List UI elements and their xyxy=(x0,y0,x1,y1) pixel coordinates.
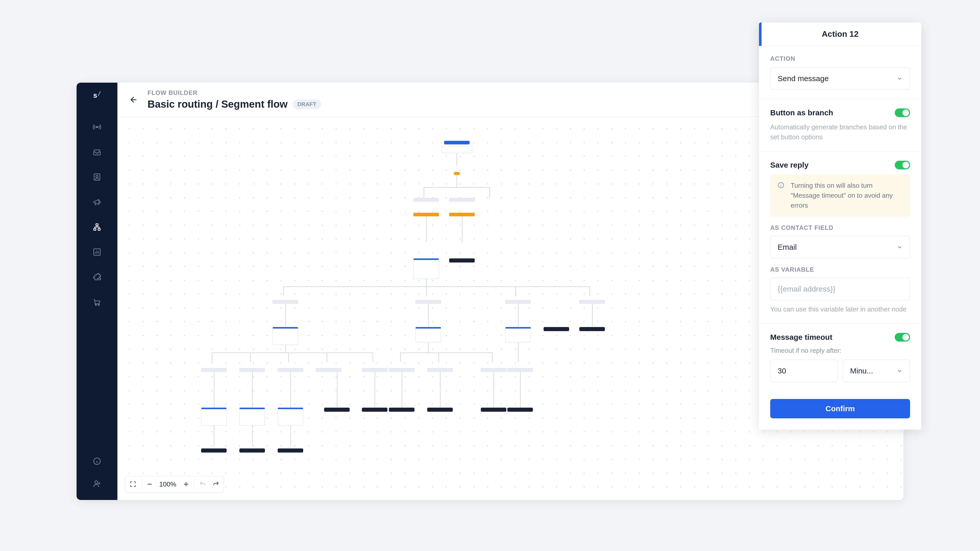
contact-field-select[interactable]: Email xyxy=(770,236,910,259)
flow-node[interactable] xyxy=(579,327,605,331)
flow-node[interactable] xyxy=(272,300,298,303)
variable-input[interactable]: {{email address}} xyxy=(770,278,910,300)
variable-hint: You can use this variable later in anoth… xyxy=(770,304,910,314)
breadcrumb: FLOW BUILDER xyxy=(148,89,825,97)
flow-node[interactable] xyxy=(239,448,265,453)
flow-node[interactable] xyxy=(505,327,531,342)
flow-node[interactable] xyxy=(505,300,531,303)
flow-node[interactable] xyxy=(427,408,453,412)
svg-point-10 xyxy=(95,481,98,484)
flow-node[interactable] xyxy=(414,213,439,216)
zoom-in-icon[interactable] xyxy=(181,479,191,489)
flow-node[interactable] xyxy=(508,408,533,412)
app-logo[interactable]: s xyxy=(92,90,102,100)
analytics-icon[interactable] xyxy=(91,246,103,258)
svg-point-0 xyxy=(96,126,98,128)
contact-icon[interactable] xyxy=(91,171,103,183)
svg-point-2 xyxy=(96,175,98,178)
chevron-down-icon xyxy=(897,368,903,374)
flow-node[interactable] xyxy=(278,448,303,453)
save-reply-toggle[interactable] xyxy=(895,161,910,169)
flow-node[interactable] xyxy=(427,368,453,372)
flow-node[interactable] xyxy=(201,448,227,453)
cart-icon[interactable] xyxy=(91,296,103,308)
timeout-value-input[interactable]: 30 xyxy=(770,360,838,382)
action-panel: Action 12 ACTION Send message Button as … xyxy=(759,22,921,430)
flow-node[interactable] xyxy=(362,408,387,412)
zoom-value: 100% xyxy=(158,480,178,488)
info-icon[interactable] xyxy=(91,455,103,467)
chevron-down-icon xyxy=(897,76,903,82)
flow-node[interactable] xyxy=(481,408,506,412)
flow-node[interactable] xyxy=(444,141,469,144)
flow-node[interactable] xyxy=(414,198,439,202)
contact-field-label: AS CONTACT FIELD xyxy=(770,224,910,231)
flow-node[interactable] xyxy=(481,368,506,372)
flow-node[interactable] xyxy=(508,368,533,372)
branch-toggle-label: Button as branch xyxy=(770,108,833,117)
timeout-toggle[interactable] xyxy=(895,333,910,341)
zoom-out-icon[interactable] xyxy=(145,479,155,489)
svg-rect-4 xyxy=(94,229,96,230)
flow-node[interactable] xyxy=(454,172,460,175)
flow-node[interactable] xyxy=(324,408,350,412)
panel-header: Action 12 xyxy=(759,22,921,46)
panel-title: Action 12 xyxy=(822,29,859,39)
flow-node[interactable] xyxy=(442,146,472,153)
info-box: Turning this on will also turn "Message … xyxy=(770,175,910,217)
timeout-unit-select[interactable]: Minu... xyxy=(843,360,910,382)
status-badge: DRAFT xyxy=(293,100,321,109)
action-label: ACTION xyxy=(770,55,910,62)
sidebar: s xyxy=(76,83,118,500)
branch-toggle[interactable] xyxy=(895,108,910,117)
back-button[interactable] xyxy=(127,94,140,106)
flow-node[interactable] xyxy=(544,327,569,331)
redo-icon[interactable] xyxy=(211,479,221,489)
flow-node[interactable] xyxy=(449,198,475,202)
timeout-sublabel: Timeout if no reply after: xyxy=(770,347,910,354)
flow-node[interactable] xyxy=(362,368,387,372)
flow-node[interactable] xyxy=(414,259,439,279)
undo-icon[interactable] xyxy=(197,479,208,489)
puzzle-icon[interactable] xyxy=(91,271,103,283)
branch-help: Automatically generate branches based on… xyxy=(770,122,910,142)
broadcast-icon[interactable] xyxy=(91,121,103,133)
flow-node[interactable] xyxy=(239,408,265,426)
flow-node[interactable] xyxy=(389,408,414,412)
flow-node[interactable] xyxy=(316,368,342,372)
variable-label: AS VARIABLE xyxy=(770,266,910,273)
flow-node[interactable] xyxy=(239,368,265,372)
svg-point-7 xyxy=(95,304,97,305)
action-select[interactable]: Send message xyxy=(770,67,910,90)
svg-rect-3 xyxy=(96,224,98,225)
page-title: Basic routing / Segment flow xyxy=(148,98,288,110)
add-user-icon[interactable] xyxy=(91,478,103,490)
info-icon xyxy=(777,182,786,190)
flow-node[interactable] xyxy=(278,368,303,372)
zoom-toolbar: 100% xyxy=(125,476,224,492)
flow-node[interactable] xyxy=(389,368,414,372)
flow-node[interactable] xyxy=(201,408,227,426)
flow-icon[interactable] xyxy=(91,221,103,233)
flow-node[interactable] xyxy=(201,368,227,372)
svg-rect-5 xyxy=(98,229,100,230)
confirm-button[interactable]: Confirm xyxy=(770,399,910,418)
megaphone-icon[interactable] xyxy=(91,196,103,208)
flow-node[interactable] xyxy=(278,408,303,426)
flow-node[interactable] xyxy=(415,300,441,303)
inbox-icon[interactable] xyxy=(91,146,103,158)
flow-node[interactable] xyxy=(579,300,605,303)
flow-node[interactable] xyxy=(415,327,441,342)
expand-icon[interactable] xyxy=(128,479,138,489)
svg-point-8 xyxy=(98,304,99,305)
flow-node[interactable] xyxy=(272,327,298,345)
chevron-down-icon xyxy=(897,244,903,250)
save-reply-toggle-label: Save reply xyxy=(770,161,808,169)
flow-node[interactable] xyxy=(449,259,475,262)
flow-node[interactable] xyxy=(449,213,475,216)
timeout-toggle-label: Message timeout xyxy=(770,333,832,341)
